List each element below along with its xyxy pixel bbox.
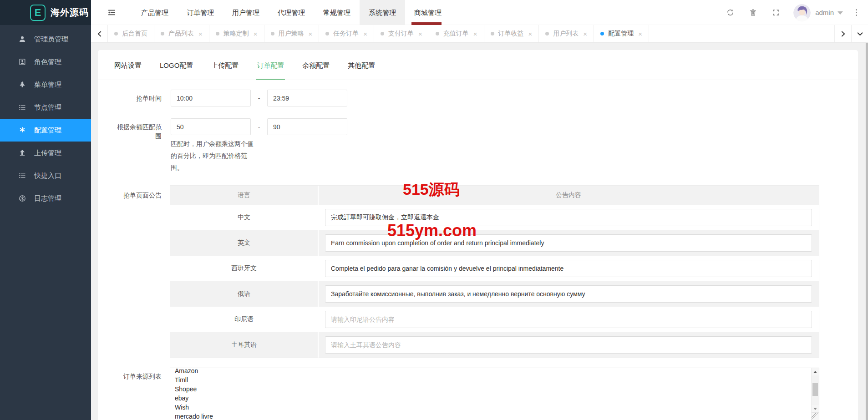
range-separator: -	[251, 95, 267, 102]
sidebar-item-配置管理[interactable]: 配置管理	[0, 119, 91, 142]
page-tab-策略定制[interactable]: 策略定制×	[209, 25, 264, 42]
nav-item-商城管理[interactable]: 商城管理	[405, 0, 451, 25]
top-nav-area: 产品管理订单管理用户管理代理管理常规管理系统管理商城管理	[91, 0, 451, 25]
top-header: E 海外源码 产品管理订单管理用户管理代理管理常规管理系统管理商城管理	[0, 0, 868, 25]
user-avatar[interactable]	[793, 4, 811, 21]
notice-content-cell	[319, 307, 819, 332]
page-scrollbar[interactable]	[865, 43, 868, 420]
grab-time-to-input[interactable]	[267, 90, 347, 106]
order-source-label: 订单来源列表	[98, 368, 162, 420]
user-dropdown-caret-icon[interactable]	[838, 11, 843, 15]
notice-content-input-印尼语[interactable]	[325, 311, 812, 328]
sidebar-item-上传管理[interactable]: 上传管理	[0, 142, 91, 164]
sidebar-item-快捷入口[interactable]: 快捷入口	[0, 164, 91, 187]
sidebar-item-管理员管理[interactable]: 管理员管理	[0, 28, 91, 51]
page-tab-label: 策略定制	[223, 30, 249, 38]
tab-close-icon[interactable]: ×	[309, 30, 313, 37]
config-tab-网站设置[interactable]: 网站设置	[113, 61, 142, 80]
tab-status-dot-icon	[216, 32, 219, 35]
scroll-down-arrow-icon[interactable]	[812, 405, 819, 412]
page-scrollbar-thumb[interactable]	[866, 43, 868, 420]
nav-item-产品管理[interactable]: 产品管理	[132, 0, 178, 25]
config-tab-余额配置[interactable]: 余额配置	[301, 61, 330, 80]
nav-item-label: 代理管理	[278, 9, 305, 16]
page-tab-任务订单[interactable]: 任务订单×	[319, 25, 374, 42]
logo-letter: E	[30, 5, 46, 21]
kebab-menu-icon[interactable]	[853, 6, 860, 19]
scrollbar-track[interactable]	[812, 375, 819, 405]
page-tab-订单收益[interactable]: 订单收益×	[484, 25, 539, 42]
sidebar-item-label: 上传管理	[34, 149, 61, 157]
sidebar-item-菜单管理[interactable]: 菜单管理	[0, 73, 91, 96]
nav-item-用户管理[interactable]: 用户管理	[223, 0, 269, 25]
tab-close-icon[interactable]: ×	[418, 30, 422, 37]
tabs-scroll-left-icon[interactable]	[91, 25, 108, 42]
fullscreen-icon[interactable]	[764, 0, 787, 25]
nav-item-代理管理[interactable]: 代理管理	[269, 0, 314, 25]
page-tab-label: 订单收益	[498, 30, 524, 38]
nav-item-常规管理[interactable]: 常规管理	[314, 0, 360, 25]
tab-close-icon[interactable]: ×	[638, 30, 642, 37]
tab-close-icon[interactable]: ×	[583, 30, 587, 37]
nav-item-订单管理[interactable]: 订单管理	[178, 0, 223, 25]
notice-lang-cell: 土耳其语	[170, 332, 319, 358]
tab-close-icon[interactable]: ×	[528, 30, 533, 37]
notice-col-language: 语言	[170, 186, 319, 205]
page-tab-后台首页[interactable]: 后台首页	[108, 25, 154, 42]
notice-row-土耳其语: 土耳其语	[170, 332, 819, 358]
notice-content-cell	[319, 332, 819, 358]
list-icon	[18, 172, 26, 180]
notice-content-input-西班牙文[interactable]	[325, 260, 812, 277]
config-tab-上传配置[interactable]: 上传配置	[210, 61, 239, 80]
notice-lang-cell: 中文	[170, 205, 319, 230]
page-tab-配置管理[interactable]: 配置管理×	[594, 25, 649, 42]
tab-status-dot-icon	[545, 32, 549, 35]
resize-grip-icon[interactable]	[812, 412, 819, 420]
tab-close-icon[interactable]: ×	[473, 30, 477, 37]
page-tab-用户策略[interactable]: 用户策略×	[264, 25, 320, 42]
tab-close-icon[interactable]: ×	[363, 30, 367, 37]
balance-range-from-input[interactable]	[171, 118, 251, 135]
nav-item-系统管理[interactable]: 系统管理	[360, 0, 405, 25]
page-tab-用户列表[interactable]: 用户列表×	[539, 25, 594, 42]
sidebar-item-节点管理[interactable]: 节点管理	[0, 96, 91, 119]
notice-row-印尼语: 印尼语	[170, 307, 819, 332]
tabs-menu-chevron-down-icon[interactable]	[851, 25, 868, 42]
balance-range-to-input[interactable]	[267, 118, 347, 135]
nav-red-marker	[411, 22, 442, 25]
tab-close-icon[interactable]: ×	[254, 30, 258, 37]
watermark-text: 515源码	[403, 179, 460, 200]
config-tab-其他配置[interactable]: 其他配置	[347, 61, 376, 80]
notice-row-中文: 中文	[170, 205, 819, 230]
notice-content-input-土耳其语[interactable]	[325, 336, 812, 354]
tab-close-icon[interactable]: ×	[198, 30, 203, 37]
notice-row-西班牙文: 西班牙文	[170, 256, 819, 281]
scroll-up-arrow-icon[interactable]	[812, 368, 819, 375]
notice-lang-cell: 印尼语	[170, 307, 319, 332]
config-tab-LOGO配置[interactable]: LOGO配置	[159, 61, 194, 80]
tab-status-dot-icon	[325, 32, 329, 35]
balance-range-label: 根据余额匹配范围	[98, 118, 162, 173]
config-tab-订单配置[interactable]: 订单配置	[256, 61, 285, 80]
sidebar-item-label: 日志管理	[34, 194, 61, 203]
app-logo[interactable]: E 海外源码	[0, 0, 91, 25]
nav-item-label: 系统管理	[369, 9, 396, 16]
notice-content-input-俄语[interactable]	[325, 285, 812, 303]
user-icon	[18, 35, 26, 43]
trash-icon[interactable]	[741, 0, 764, 25]
sidebar-item-角色管理[interactable]: 角色管理	[0, 51, 91, 73]
page-tab-支付订单[interactable]: 支付订单×	[374, 25, 429, 42]
menu-collapse-icon[interactable]	[91, 0, 132, 25]
username-label[interactable]: admin	[815, 9, 834, 16]
refresh-icon[interactable]	[719, 0, 741, 25]
sidebar-item-label: 管理员管理	[34, 35, 68, 44]
tabs-scroll-right-icon[interactable]	[834, 25, 851, 42]
sidebar-item-日志管理[interactable]: 日志管理	[0, 187, 91, 210]
page-tab-充值订单[interactable]: 充值订单×	[429, 25, 484, 42]
page-tab-产品列表[interactable]: 产品列表×	[154, 25, 209, 42]
order-source-textarea[interactable]	[170, 368, 811, 420]
textarea-scrollbar[interactable]	[811, 368, 819, 420]
grab-time-from-input[interactable]	[171, 90, 251, 106]
app-title: 海外源码	[51, 6, 89, 19]
scrollbar-thumb[interactable]	[812, 383, 818, 396]
